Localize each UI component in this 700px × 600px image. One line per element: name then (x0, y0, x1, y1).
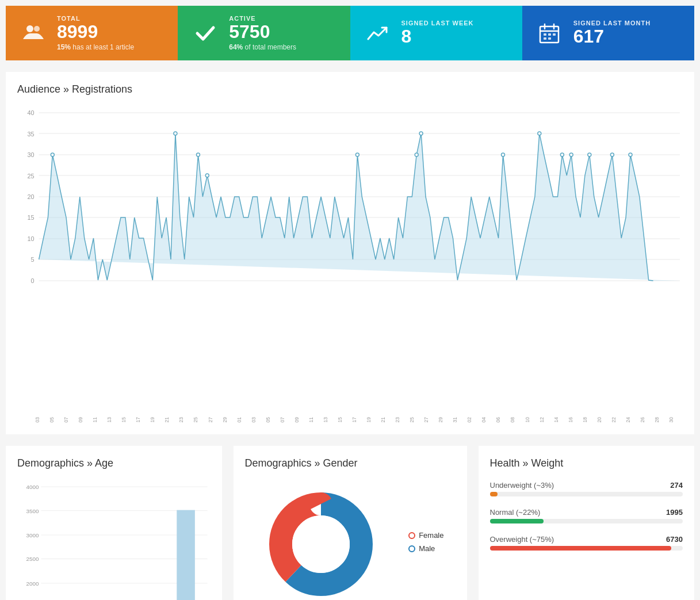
active-stat-card: ACTIVE 5750 64% of total members (178, 6, 350, 60)
svg-text:2015-11-21: 2015-11-21 (164, 417, 170, 423)
svg-point-42 (629, 153, 632, 156)
weight-list: Underweight (~3%) 274 Normal (~22%) 1995… (490, 481, 683, 551)
signed-week-number: 8 (401, 26, 474, 47)
svg-text:25: 25 (28, 173, 35, 179)
female-label: Female (419, 531, 443, 540)
svg-text:2015-11-13: 2015-11-13 (106, 417, 112, 423)
weight-bar (490, 492, 498, 496)
svg-text:2016-01-28: 2016-01-28 (654, 417, 660, 423)
signed-month-label: SIGNED LAST MONTH (573, 20, 651, 26)
svg-text:2016-01-12: 2016-01-12 (539, 417, 545, 423)
signed-week-stat-card: SIGNED LAST WEEK 8 (350, 6, 522, 60)
weight-bar-bg (490, 546, 683, 551)
signed-week-label: SIGNED LAST WEEK (401, 20, 474, 26)
svg-text:2015-11-07: 2015-11-07 (63, 417, 69, 423)
top-stats-row: TOTAL 8999 15% has at least 1 article AC… (6, 6, 694, 60)
svg-text:15: 15 (28, 214, 35, 221)
svg-point-38 (560, 153, 564, 156)
svg-text:2015-12-21: 2015-12-21 (380, 417, 386, 423)
weight-bar-bg (490, 519, 683, 523)
svg-text:2015-12-17: 2015-12-17 (351, 417, 357, 423)
weight-bar-bg (490, 492, 683, 496)
svg-text:2015-11-09: 2015-11-09 (78, 417, 83, 423)
active-icon (189, 17, 221, 49)
female-legend-item: Female (408, 531, 443, 540)
weight-item: Overweight (~75%) 6730 (490, 535, 683, 551)
weight-label: Overweight (~75%) (490, 535, 554, 544)
svg-text:2015-11-15: 2015-11-15 (121, 417, 127, 423)
total-stat-card: TOTAL 8999 15% has at least 1 article (6, 6, 178, 60)
weight-value: 1995 (666, 508, 683, 517)
svg-point-1 (34, 26, 40, 32)
svg-text:2015-12-27: 2015-12-27 (423, 417, 429, 423)
svg-text:10: 10 (28, 235, 35, 242)
gender-legend: Female Male (408, 531, 455, 557)
svg-text:2016-01-14: 2016-01-14 (553, 417, 559, 423)
svg-point-31 (197, 153, 200, 156)
svg-text:2015-12-13: 2015-12-13 (323, 417, 328, 423)
svg-point-121 (292, 515, 350, 573)
svg-point-37 (538, 132, 541, 135)
svg-text:2016-01-04: 2016-01-04 (481, 417, 487, 423)
health-title: Health » Weight (490, 457, 683, 469)
svg-text:2015-12-01: 2015-12-01 (236, 417, 242, 423)
registrations-chart: 40 35 30 25 20 15 10 5 0 (17, 105, 683, 360)
svg-text:30: 30 (28, 151, 35, 158)
svg-text:2015-12-07: 2015-12-07 (280, 417, 285, 423)
svg-point-33 (355, 153, 359, 156)
gender-card: Demographics » Gender (234, 446, 467, 600)
svg-text:0: 0 (31, 277, 35, 284)
svg-text:2015-11-05: 2015-11-05 (49, 417, 55, 423)
audience-title: Audience » Registrations (17, 83, 683, 95)
svg-text:5: 5 (31, 256, 35, 263)
svg-text:2015-11-19: 2015-11-19 (150, 417, 155, 423)
bottom-row: Demographics » Age 4000 3500 3000 2500 2… (6, 446, 694, 600)
svg-text:2015-12-23: 2015-12-23 (395, 417, 400, 423)
age-title: Demographics » Age (17, 457, 211, 469)
svg-text:40: 40 (28, 109, 35, 116)
svg-rect-8 (553, 33, 556, 36)
svg-text:2015-11-27: 2015-11-27 (208, 417, 213, 423)
svg-point-36 (502, 153, 505, 156)
svg-text:2016-01-16: 2016-01-16 (568, 417, 573, 423)
svg-point-32 (205, 174, 209, 177)
svg-text:2016-01-18: 2016-01-18 (582, 417, 588, 423)
total-label: TOTAL (57, 15, 134, 22)
svg-text:2015-12-11: 2015-12-11 (308, 417, 314, 423)
total-number: 8999 (57, 22, 134, 42)
svg-text:2016-01-06: 2016-01-06 (495, 417, 501, 423)
svg-text:2015-11-25: 2015-11-25 (193, 417, 198, 423)
signed-week-icon (362, 17, 393, 49)
svg-rect-6 (544, 33, 546, 36)
svg-text:2000: 2000 (26, 580, 39, 587)
weight-item: Normal (~22%) 1995 (490, 508, 683, 523)
svg-text:4000: 4000 (26, 484, 39, 490)
male-legend-item: Male (408, 544, 443, 553)
age-card: Demographics » Age 4000 3500 3000 2500 2… (6, 446, 222, 600)
svg-text:2016-01-08: 2016-01-08 (510, 417, 515, 423)
svg-text:2015-11-11: 2015-11-11 (92, 417, 98, 423)
svg-text:2015-11-23: 2015-11-23 (178, 417, 184, 423)
svg-text:2016-01-22: 2016-01-22 (611, 417, 617, 423)
svg-text:2015-12-03: 2015-12-03 (251, 417, 257, 423)
weight-label: Normal (~22%) (490, 508, 541, 517)
svg-text:2015-12-15: 2015-12-15 (337, 417, 343, 423)
weight-value: 6730 (666, 535, 683, 544)
weight-item: Underweight (~3%) 274 (490, 481, 683, 496)
svg-text:2015-12-05: 2015-12-05 (265, 417, 271, 423)
svg-text:2015-11-29: 2015-11-29 (222, 417, 228, 423)
svg-text:2500: 2500 (26, 556, 39, 563)
audience-section: Audience » Registrations 40 35 30 25 20 … (6, 72, 694, 434)
svg-text:2016-01-26: 2016-01-26 (640, 417, 645, 423)
weight-bar (490, 546, 671, 551)
svg-text:2016-01-10: 2016-01-10 (525, 417, 530, 423)
svg-text:3000: 3000 (26, 532, 39, 538)
male-label: Male (419, 544, 435, 553)
svg-point-30 (174, 132, 177, 135)
svg-text:2015-11-03: 2015-11-03 (35, 417, 40, 423)
svg-text:2015-12-29: 2015-12-29 (438, 417, 443, 423)
signed-month-icon (534, 17, 565, 49)
svg-text:2015-12-31: 2015-12-31 (452, 417, 458, 423)
svg-point-34 (415, 153, 418, 156)
weight-value: 274 (670, 481, 683, 490)
